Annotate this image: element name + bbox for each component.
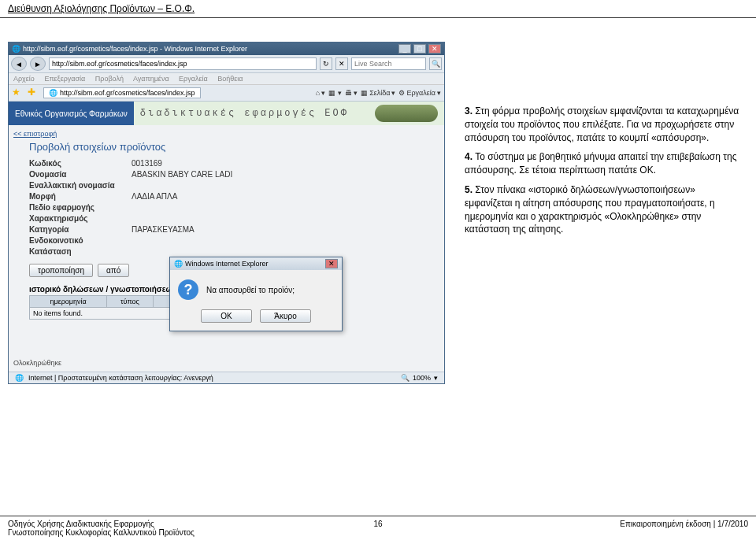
screenshot-wrapper: 🌐 http://sibm.eof.gr/cosmetics/faces/ind…: [8, 42, 445, 384]
zoom-dropdown-icon[interactable]: ▾: [434, 374, 438, 382]
modify-button[interactable]: τροποποίηση: [29, 264, 93, 277]
category-value: ΠΑΡΑΣΚΕΥΑΣΜΑ: [132, 225, 439, 234]
step4-text: Το σύστημα με βοηθητικό μήνυμα απαιτεί τ…: [465, 151, 736, 176]
window-title: http://sibm.eof.gr/cosmetics/faces/index…: [23, 45, 396, 53]
address-bar-row: ◄ ► ↻ ✕ 🔍: [9, 55, 444, 73]
dialog-icon: 🌐: [174, 260, 183, 268]
tools-dropdown[interactable]: ⚙ Εργαλεία ▾: [398, 89, 441, 97]
dialog-ok-button[interactable]: OK: [201, 309, 252, 323]
inci-label: Ενδοκοινοτικό: [29, 236, 132, 245]
zoom-icon: 🔍: [401, 374, 410, 382]
tab-icon: 🌐: [49, 89, 57, 97]
status-label: Κατάσταση: [29, 247, 132, 256]
tab-label: http://sibm.eof.gr/cosmetics/faces/index…: [60, 89, 195, 97]
search-input[interactable]: [351, 57, 426, 70]
confirm-dialog: 🌐 Windows Internet Explorer ✕ ? Να αποσυ…: [169, 257, 343, 331]
form-title: Προβολή στοιχείων προϊόντος: [29, 141, 439, 153]
page-number: 16: [373, 520, 382, 528]
page-status-done: Ολοκληρώθηκε: [13, 359, 439, 367]
menu-help[interactable]: Βοήθεια: [217, 75, 243, 83]
menu-edit[interactable]: Επεξεργασία: [44, 75, 85, 83]
inci-value: [132, 236, 439, 245]
step4-num: 4.: [465, 151, 472, 162]
browser-window: 🌐 http://sibm.eof.gr/cosmetics/faces/ind…: [8, 42, 445, 384]
step3-text: Στη φόρμα προβολής στοιχείων εμφανίζοντα…: [465, 105, 739, 143]
menu-view[interactable]: Προβολή: [95, 75, 124, 83]
page-header: Διεύθυνση Αξιολόγησης Προϊόντων – Ε.Ο.Φ.: [0, 0, 756, 18]
home-icon: ⌂: [316, 89, 320, 97]
window-maximize-button[interactable]: □: [413, 44, 426, 54]
form-label: Μορφή: [29, 192, 132, 201]
app-icon: 🌐: [12, 45, 20, 53]
status-bar: 🌐 Internet | Προστατευμένη κατάσταση λει…: [9, 372, 444, 383]
altname-value: [132, 181, 439, 190]
window-titlebar: 🌐 http://sibm.eof.gr/cosmetics/faces/ind…: [9, 43, 444, 55]
status-value: [132, 247, 439, 256]
step5-num: 5.: [465, 184, 472, 195]
char-label: Χαρακτηρισμός: [29, 214, 132, 223]
category-label: Κατηγορία: [29, 225, 132, 234]
form-grid: Κωδικός 0013169 Ονομασία ABASKIN BABY CA…: [29, 159, 439, 256]
tab-bar: ★ ✚ 🌐 http://sibm.eof.gr/cosmetics/faces…: [9, 85, 444, 102]
form-panel: << επιστροφή Προβολή στοιχείων προϊόντος…: [9, 125, 444, 372]
eof-banner: Εθνικός Οργανισμός Φαρμάκων διαδικτυακές…: [9, 102, 444, 125]
add-favorites-icon[interactable]: ✚: [28, 87, 40, 99]
search-go-button[interactable]: 🔍: [429, 57, 442, 70]
scope-label: Πεδίο εφαρμογής: [29, 203, 132, 212]
withdraw-button[interactable]: από: [98, 264, 129, 277]
feeds-button[interactable]: ▦ ▾: [328, 89, 342, 97]
dialog-message: Να αποσυρθεί το προϊόν;: [206, 286, 295, 294]
back-button[interactable]: ◄: [11, 57, 27, 71]
footer-left: Οδηγός Χρήσης Διαδικτυακής Εφαρμογής Γνω…: [8, 520, 195, 537]
forward-button[interactable]: ►: [30, 57, 46, 71]
dialog-title: Windows Internet Explorer: [185, 260, 323, 268]
refresh-button[interactable]: ↻: [320, 57, 332, 70]
scope-value: [132, 203, 439, 212]
page-footer: Οδηγός Χρήσης Διαδικτυακής Εφαρμογής Γνω…: [0, 516, 756, 540]
th-date: ημερομηνία: [30, 296, 107, 308]
char-value: [132, 214, 439, 223]
code-value: 0013169: [132, 159, 439, 168]
name-value: ABASKIN BABY CARE LADI: [132, 170, 439, 179]
step5-text: Στον πίνακα «ιστορικό δηλώσεων/γνωστοποι…: [465, 184, 715, 235]
home-button[interactable]: ⌂ ▾: [316, 89, 325, 97]
step3-num: 3.: [465, 105, 472, 117]
instructions: 3. Στη φόρμα προβολής στοιχείων εμφανίζο…: [465, 42, 740, 384]
dialog-titlebar: 🌐 Windows Internet Explorer ✕: [170, 257, 342, 270]
th-type: τύπος: [107, 296, 153, 308]
footer-left-line2: Γνωστοποίησης Κυκλοφορίας Καλλυντικού Πρ…: [8, 528, 195, 537]
question-icon: ?: [178, 279, 198, 300]
footer-left-line1: Οδηγός Χρήσης Διαδικτυακής Εφαρμογής: [8, 520, 195, 528]
banner-title: διαδικτυακές εφαρμογές ΕΟΦ: [140, 108, 349, 119]
window-close-button[interactable]: ✕: [428, 44, 441, 54]
eof-org-label: Εθνικός Οργανισμός Φαρμάκων: [9, 105, 134, 122]
menu-file[interactable]: Αρχείο: [13, 75, 35, 83]
name-label: Ονομασία: [29, 170, 132, 179]
menu-bar: Αρχείο Επεξεργασία Προβολή Αγαπημένα Εργ…: [9, 73, 444, 85]
window-minimize-button[interactable]: _: [398, 44, 411, 54]
code-label: Κωδικός: [29, 159, 132, 168]
address-input[interactable]: [49, 57, 317, 70]
pills-image: [375, 105, 438, 122]
globe-icon: 🌐: [15, 374, 24, 382]
print-button[interactable]: 🖶 ▾: [345, 89, 358, 97]
menu-favorites[interactable]: Αγαπημένα: [133, 75, 169, 83]
content-row: 🌐 http://sibm.eof.gr/cosmetics/faces/ind…: [0, 18, 756, 384]
back-link[interactable]: << επιστροφή: [13, 130, 57, 138]
dialog-close-button[interactable]: ✕: [325, 259, 338, 268]
stop-button[interactable]: ✕: [335, 57, 348, 70]
form-value: ΛΑΔΙΑ ΑΠΛΑ: [132, 192, 439, 201]
page-dropdown[interactable]: ▦ Σελίδα ▾: [361, 89, 395, 97]
footer-right: Επικαιροποιημένη έκδοση | 1/7/2010: [620, 520, 748, 528]
dialog-cancel-button[interactable]: Άκυρο: [260, 309, 311, 323]
status-internet: Internet | Προστατευμένη κατάσταση λειτο…: [28, 374, 213, 382]
zoom-value: 100%: [413, 374, 431, 382]
browser-tab[interactable]: 🌐 http://sibm.eof.gr/cosmetics/faces/ind…: [43, 87, 201, 98]
favorites-star-icon[interactable]: ★: [12, 87, 24, 99]
menu-tools[interactable]: Εργαλεία: [179, 75, 208, 83]
altname-label: Εναλλακτική ονομασία: [29, 181, 132, 190]
